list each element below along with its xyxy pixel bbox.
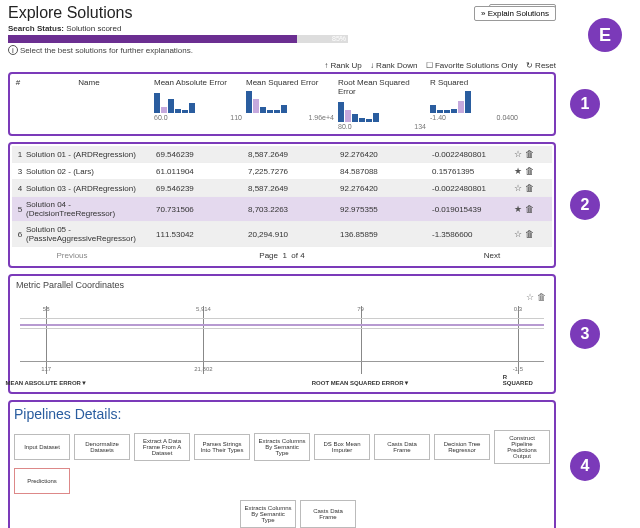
trash-icon[interactable]: 🗑: [525, 149, 534, 159]
star-icon[interactable]: ☆: [514, 229, 522, 239]
explain-solutions-button[interactable]: » Explain Solutions: [474, 6, 556, 21]
annotation-badge-2: 2: [570, 190, 600, 220]
prev-button[interactable]: Previous: [12, 251, 132, 260]
pipeline-node[interactable]: Extracts Columns By Semantic Type: [254, 433, 310, 461]
star-icon[interactable]: ★: [514, 204, 522, 214]
parallel-coords-section: 3 Metric Parallel Coordinates ☆ 🗑 58 117…: [8, 274, 556, 394]
table-row[interactable]: 1Solution 01 - (ARDRegression)69.5462398…: [12, 146, 552, 163]
search-status-label: Search Status:: [8, 24, 64, 33]
pipeline-node[interactable]: Casts Data Frame: [374, 434, 430, 460]
column-header-section: 1 # Name Mean Absolute Error 60.0110 Mea…: [8, 72, 556, 136]
annotation-badge-1: 1: [570, 89, 600, 119]
annotation-badge-e: E: [588, 18, 622, 52]
next-button[interactable]: Next: [432, 251, 552, 260]
col-num[interactable]: #: [12, 78, 24, 87]
pipeline-node[interactable]: Denormalize Datasets: [74, 434, 130, 460]
reset-button[interactable]: ↻ Reset: [526, 61, 556, 70]
pipelines-section: 4 Pipelines Details: Input DatasetDenorm…: [8, 400, 556, 528]
trash-icon[interactable]: 🗑: [537, 292, 546, 302]
col-rmse[interactable]: Root Mean Squared Error: [338, 78, 426, 96]
page-number[interactable]: 1: [282, 251, 286, 260]
trash-icon[interactable]: 🗑: [525, 204, 534, 214]
col-mse[interactable]: Mean Squared Error: [246, 78, 334, 87]
pipeline-node[interactable]: Construct Pipeline Predictions Output: [494, 430, 550, 464]
r2-histogram: [430, 89, 518, 113]
rank-up-button[interactable]: ↑ Rank Up: [324, 61, 361, 70]
star-icon[interactable]: ☆: [514, 183, 522, 193]
pipeline-node[interactable]: DS Box Mean Imputer: [314, 434, 370, 460]
hint-text: iSelect the best solutions for further e…: [8, 45, 556, 55]
pipeline-node[interactable]: Input Dataset: [14, 434, 70, 460]
pipeline-node[interactable]: Predictions: [14, 468, 70, 494]
rmse-histogram: [338, 98, 426, 122]
col-name[interactable]: Name: [24, 78, 154, 87]
trash-icon[interactable]: 🗑: [525, 229, 534, 239]
pipeline-node[interactable]: Extract A Data Frame From A Dataset: [134, 433, 190, 461]
solutions-table-section: 2 1Solution 01 - (ARDRegression)69.54623…: [8, 142, 556, 268]
annotation-badge-3: 3: [570, 319, 600, 349]
rank-down-button[interactable]: ↓ Rank Down: [370, 61, 418, 70]
pipeline-node[interactable]: Parses Strings Into Their Types: [194, 434, 250, 460]
mse-histogram: [246, 89, 334, 113]
trash-icon[interactable]: 🗑: [525, 166, 534, 176]
pipeline-node[interactable]: Decision Tree Regressor: [434, 434, 490, 460]
favorite-only-checkbox[interactable]: ☐ Favorite Solutions Only: [426, 61, 518, 70]
star-icon[interactable]: ☆: [514, 149, 522, 159]
star-icon[interactable]: ★: [514, 166, 522, 176]
mae-histogram: [154, 89, 242, 113]
col-mae[interactable]: Mean Absolute Error: [154, 78, 242, 87]
table-row[interactable]: 6Solution 05 - (PassiveAggressiveRegress…: [12, 222, 552, 247]
info-icon: i: [8, 45, 18, 55]
table-row[interactable]: 3Solution 02 - (Lars)61.0119047,225.7276…: [12, 163, 552, 180]
annotation-badge-4: 4: [570, 451, 600, 481]
star-icon[interactable]: ☆: [526, 292, 534, 302]
table-row[interactable]: 4Solution 03 - (ARDRegression)69.5462398…: [12, 180, 552, 197]
page-title: Explore Solutions: [8, 4, 133, 22]
trash-icon[interactable]: 🗑: [525, 183, 534, 193]
progress-pct: 85%: [332, 35, 346, 42]
pipeline-node[interactable]: Casts Data Frame: [300, 500, 356, 528]
pipelines-title: Pipelines Details:: [14, 406, 552, 422]
parallel-coords-chart[interactable]: 58 117 5,914 21,802 79 0.3 -1.5 MEAN ABS…: [20, 306, 544, 386]
mpc-title: Metric Parallel Coordinates: [12, 278, 552, 292]
search-status-value: Solution scored: [66, 24, 121, 33]
table-row[interactable]: 5Solution 04 - (DecisionTreeRegressor)70…: [12, 197, 552, 222]
progress-bar: 85%: [8, 35, 348, 43]
col-r2[interactable]: R Squared: [430, 78, 518, 87]
pipeline-node[interactable]: Extracts Columns By Semantic Type: [240, 500, 296, 528]
